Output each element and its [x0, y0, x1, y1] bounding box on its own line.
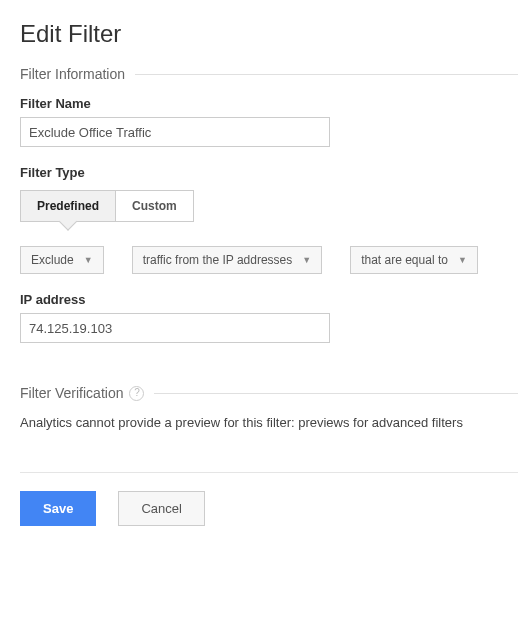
ip-address-label: IP address — [20, 292, 518, 307]
filter-action-select[interactable]: Exclude ▼ — [20, 246, 104, 274]
action-bar: Save Cancel — [20, 491, 518, 526]
filter-type-predefined[interactable]: Predefined — [20, 190, 116, 222]
filter-type-label: Filter Type — [20, 165, 518, 180]
save-button[interactable]: Save — [20, 491, 96, 526]
chevron-down-icon: ▼ — [458, 255, 467, 265]
divider — [154, 393, 518, 394]
filter-match-select[interactable]: that are equal to ▼ — [350, 246, 478, 274]
filter-action-value: Exclude — [31, 253, 74, 267]
section-filter-verification: Filter Verification ? — [20, 385, 518, 401]
filter-source-select[interactable]: traffic from the IP addresses ▼ — [132, 246, 323, 274]
page-title: Edit Filter — [20, 20, 518, 48]
section-title-label: Filter Verification — [20, 385, 123, 401]
filter-name-input[interactable] — [20, 117, 330, 147]
chevron-down-icon: ▼ — [302, 255, 311, 265]
filter-type-toggle: Predefined Custom — [20, 190, 194, 222]
filter-source-value: traffic from the IP addresses — [143, 253, 293, 267]
cancel-button[interactable]: Cancel — [118, 491, 204, 526]
divider — [135, 74, 518, 75]
section-filter-information: Filter Information — [20, 66, 518, 82]
filter-match-value: that are equal to — [361, 253, 448, 267]
ip-address-input[interactable] — [20, 313, 330, 343]
verification-message: Analytics cannot provide a preview for t… — [20, 415, 518, 430]
section-title-label: Filter Information — [20, 66, 125, 82]
filter-name-label: Filter Name — [20, 96, 518, 111]
divider — [20, 472, 518, 473]
chevron-down-icon: ▼ — [84, 255, 93, 265]
help-icon[interactable]: ? — [129, 386, 144, 401]
filter-type-custom[interactable]: Custom — [116, 190, 194, 222]
